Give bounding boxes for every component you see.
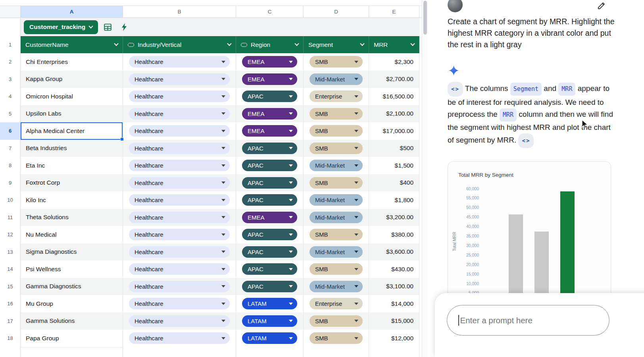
mrr-cell[interactable]: $1,800 — [369, 191, 419, 209]
row-number[interactable]: 11 — [0, 209, 21, 227]
mrr-cell[interactable]: $1,500 — [369, 157, 419, 175]
empty-cell[interactable] — [123, 347, 236, 357]
chip-apac[interactable]: APAC — [242, 160, 297, 171]
chip-latam[interactable]: LATAM — [242, 332, 297, 344]
industry-cell[interactable]: Healthcare — [123, 278, 236, 296]
chip-healthcare[interactable]: Healthcare — [129, 263, 230, 275]
industry-cell[interactable]: Healthcare — [123, 105, 236, 123]
customer-cell[interactable]: Upsilon Labs — [21, 105, 123, 123]
row-number[interactable]: 10 — [0, 191, 21, 209]
region-cell[interactable]: EMEA — [236, 53, 304, 71]
customer-cell[interactable]: Theta Solutions — [21, 209, 123, 227]
customer-cell[interactable]: Alpha Medical Center — [21, 122, 123, 140]
industry-cell[interactable]: Healthcare — [123, 53, 236, 71]
sheet-corner[interactable] — [0, 6, 21, 17]
row-number[interactable]: 6 — [0, 122, 21, 140]
customer-cell[interactable]: Eta Inc — [21, 157, 123, 175]
region-cell[interactable]: APAC — [236, 174, 304, 192]
region-cell[interactable]: EMEA — [236, 71, 304, 89]
row-number[interactable]: 14 — [0, 261, 21, 278]
chip-apac[interactable]: APAC — [242, 281, 297, 292]
table-grid-button[interactable] — [100, 20, 115, 34]
header-segment[interactable]: Segment — [304, 36, 369, 53]
industry-cell[interactable]: Healthcare — [123, 243, 236, 261]
chip-mid-market[interactable]: Mid-Market — [310, 194, 363, 206]
empty-cell[interactable] — [369, 347, 419, 357]
segment-cell[interactable]: Enterprise — [304, 295, 369, 313]
mrr-cell[interactable]: $12,000 — [369, 330, 419, 347]
segment-cell[interactable]: Mid-Market — [304, 243, 369, 261]
chip-latam[interactable]: LATAM — [242, 315, 297, 327]
row-number[interactable]: 8 — [0, 157, 21, 175]
chip-smb[interactable]: SMB — [310, 229, 363, 240]
chip-apac[interactable]: APAC — [242, 143, 297, 154]
chip-healthcare[interactable]: Healthcare — [129, 108, 230, 120]
segment-cell[interactable]: SMB — [304, 140, 369, 158]
chip-smb[interactable]: SMB — [310, 143, 363, 154]
chip-emea[interactable]: EMEA — [242, 108, 297, 120]
segment-cell[interactable]: SMB — [304, 174, 369, 192]
segment-cell[interactable]: Mid-Market — [304, 157, 369, 175]
row-number[interactable]: 12 — [0, 226, 21, 244]
chip-mid-market[interactable]: Mid-Market — [310, 281, 363, 292]
customer-cell[interactable]: Kilo Inc — [21, 191, 123, 209]
quick-actions-button[interactable] — [117, 20, 131, 34]
column-header-d[interactable]: D — [304, 6, 369, 17]
industry-cell[interactable]: Healthcare — [123, 191, 236, 209]
industry-cell[interactable]: Healthcare — [123, 313, 236, 330]
chip-emea[interactable]: EMEA — [242, 125, 297, 137]
chip-healthcare[interactable]: Healthcare — [129, 194, 230, 206]
chip-healthcare[interactable]: Healthcare — [129, 281, 230, 292]
chip-enterprise[interactable]: Enterprise — [310, 91, 363, 102]
region-cell[interactable]: APAC — [236, 243, 304, 261]
segment-cell[interactable]: Mid-Market — [304, 191, 369, 209]
scrollbar-thumb[interactable] — [423, 1, 427, 35]
region-cell[interactable]: LATAM — [236, 295, 304, 313]
header-customername[interactable]: CustomerName — [21, 36, 123, 53]
chip-healthcare[interactable]: Healthcare — [129, 315, 230, 327]
chip-smb[interactable]: SMB — [310, 315, 363, 327]
chip-healthcare[interactable]: Healthcare — [129, 91, 230, 102]
industry-cell[interactable]: Healthcare — [123, 209, 236, 227]
chip-apac[interactable]: APAC — [242, 177, 297, 189]
customer-cell[interactable]: Psi Wellness — [21, 261, 123, 278]
segment-cell[interactable]: Enterprise — [304, 88, 369, 106]
region-cell[interactable]: EMEA — [236, 105, 304, 123]
chip-healthcare[interactable]: Healthcare — [129, 246, 230, 258]
region-cell[interactable]: APAC — [236, 226, 304, 244]
row-number[interactable]: 16 — [0, 295, 21, 313]
customer-cell[interactable]: Papa Group — [21, 330, 123, 347]
header-mrr[interactable]: MRR — [369, 36, 419, 53]
region-cell[interactable]: APAC — [236, 88, 304, 106]
chip-apac[interactable]: APAC — [242, 246, 297, 258]
mrr-cell[interactable]: $430.00 — [369, 261, 419, 278]
industry-cell[interactable]: Healthcare — [123, 226, 236, 244]
segment-cell[interactable]: SMB — [304, 330, 369, 347]
prompt-input[interactable]: Enter a prompt here — [447, 305, 609, 336]
row-number[interactable]: 4 — [0, 88, 21, 106]
column-header-e[interactable]: E — [369, 6, 419, 17]
row-number[interactable]: 9 — [0, 174, 21, 192]
industry-cell[interactable]: Healthcare — [123, 261, 236, 278]
mrr-cell[interactable]: $3,600.00 — [369, 243, 419, 261]
chip-emea[interactable]: EMEA — [242, 212, 297, 223]
industry-cell[interactable]: Healthcare — [123, 122, 236, 140]
region-cell[interactable]: APAC — [236, 157, 304, 175]
region-cell[interactable]: APAC — [236, 278, 304, 296]
row-number[interactable]: 5 — [0, 105, 21, 123]
chip-apac[interactable]: APAC — [242, 263, 297, 275]
industry-cell[interactable]: Healthcare — [123, 330, 236, 347]
industry-cell[interactable]: Healthcare — [123, 88, 236, 106]
region-cell[interactable]: APAC — [236, 140, 304, 158]
mrr-cell[interactable]: $500 — [369, 140, 419, 158]
chip-apac[interactable]: APAC — [242, 229, 297, 240]
chip-mid-market[interactable]: Mid-Market — [310, 246, 363, 258]
segment-cell[interactable]: SMB — [304, 313, 369, 330]
chip-apac[interactable]: APAC — [242, 91, 297, 102]
region-cell[interactable]: APAC — [236, 261, 304, 278]
chip-healthcare[interactable]: Healthcare — [129, 298, 230, 309]
customer-cell[interactable]: Chi Enterprises — [21, 53, 123, 71]
mrr-cell[interactable]: $15,000 — [369, 313, 419, 330]
customer-cell[interactable]: Gamma Diagnostics — [21, 278, 123, 296]
chip-healthcare[interactable]: Healthcare — [129, 177, 230, 189]
